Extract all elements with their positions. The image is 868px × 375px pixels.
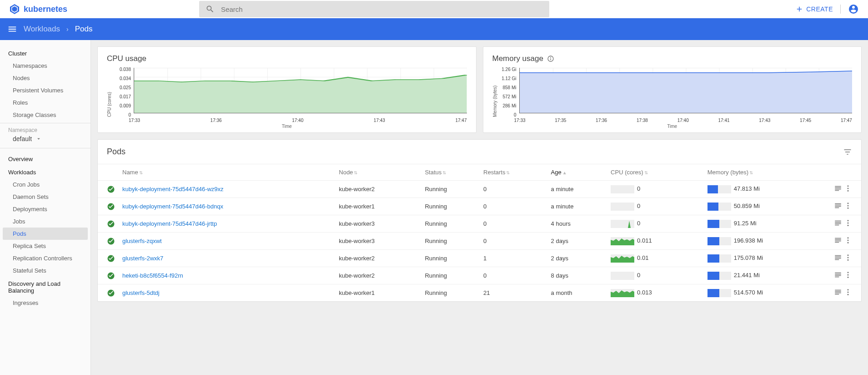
pod-cpu: 0.011 (607, 233, 704, 250)
cpu-ylabel: CPU (cores) (107, 68, 112, 117)
more-icon[interactable] (844, 219, 852, 227)
pod-status: Running (421, 215, 480, 233)
sidebar-item-storage-classes[interactable]: Storage Classes (0, 109, 90, 121)
column-name[interactable]: Name⇅ (119, 164, 335, 181)
sidebar-item-replication-controllers[interactable]: Replication Controllers (0, 252, 90, 264)
filter-icon[interactable] (843, 147, 852, 157)
logs-icon[interactable] (834, 236, 842, 244)
more-icon[interactable] (844, 202, 852, 210)
status-running-icon (107, 185, 115, 193)
pod-status: Running (421, 198, 480, 215)
pod-restarts: 0 (480, 215, 547, 233)
more-icon[interactable] (844, 184, 852, 193)
svg-point-15 (848, 220, 849, 221)
pod-memory: 21.441 Mi (704, 267, 829, 284)
sidebar: Cluster NamespacesNodesPersistent Volume… (0, 40, 91, 375)
sidebar-item-persistent-volumes[interactable]: Persistent Volumes (0, 84, 90, 96)
pod-link[interactable]: heketi-b8c5f6554-f92rn (122, 272, 183, 279)
pod-link[interactable]: kubyk-deployment-75d5447d46-jrttp (122, 220, 217, 227)
info-icon[interactable] (547, 55, 554, 62)
logs-icon[interactable] (834, 288, 842, 296)
namespace-select[interactable]: default (0, 134, 90, 148)
pod-memory: 514.570 Mi (704, 284, 829, 302)
logs-icon[interactable] (834, 184, 842, 193)
more-icon[interactable] (844, 288, 852, 296)
status-running-icon (107, 237, 115, 245)
sidebar-item-pods[interactable]: Pods (3, 228, 88, 240)
column-memory-bytes-[interactable]: Memory (bytes)⇅ (704, 164, 829, 181)
pod-node: kube-worker2 (335, 250, 421, 267)
svg-point-29 (848, 277, 849, 278)
more-icon[interactable] (844, 236, 852, 244)
svg-point-12 (848, 205, 849, 207)
logs-icon[interactable] (834, 253, 842, 262)
svg-point-20 (848, 240, 849, 241)
column-status[interactable]: Status⇅ (421, 164, 480, 181)
table-row: glusterfs-2wxk7kube-worker2Running12 day… (98, 250, 861, 267)
pod-restarts: 0 (480, 267, 547, 284)
pod-node: kube-worker1 (335, 284, 421, 302)
column-node[interactable]: Node⇅ (335, 164, 421, 181)
pod-link[interactable]: glusterfs-5dtdj (122, 289, 160, 296)
sidebar-item-ingresses[interactable]: Ingresses (0, 297, 90, 309)
logs-icon[interactable] (834, 202, 842, 210)
sidebar-item-stateful-sets[interactable]: Stateful Sets (0, 264, 90, 277)
column-cpu-cores-[interactable]: CPU (cores)⇅ (607, 164, 704, 181)
breadcrumb-parent[interactable]: Workloads (24, 25, 60, 34)
status-running-icon (107, 272, 115, 280)
brand-logo[interactable]: kubernetes (9, 4, 67, 15)
memory-chart-title: Memory usage (492, 54, 543, 63)
svg-point-16 (848, 223, 849, 224)
logs-icon[interactable] (834, 219, 842, 227)
pod-node: kube-worker3 (335, 233, 421, 250)
pod-link[interactable]: glusterfs-2wxk7 (122, 255, 163, 262)
sidebar-item-daemon-sets[interactable]: Daemon Sets (0, 191, 90, 203)
pod-link[interactable]: kubyk-deployment-75d5447d46-bdnqx (122, 203, 223, 210)
column-age[interactable]: Age▲ (547, 164, 607, 181)
pod-memory: 91.25 Mi (704, 215, 829, 233)
sidebar-item-deployments[interactable]: Deployments (0, 203, 90, 215)
more-icon[interactable] (844, 253, 852, 262)
table-row: glusterfs-5dtdjkube-worker1Running21a mo… (98, 284, 861, 302)
sidebar-overview[interactable]: Overview (0, 152, 90, 165)
cpu-chart-card: CPU usage CPU (cores) 0.0380.0340.0250.0… (97, 46, 477, 133)
more-icon[interactable] (844, 271, 852, 279)
pod-status: Running (421, 267, 480, 284)
search-box[interactable] (199, 1, 549, 17)
sidebar-item-roles[interactable]: Roles (0, 96, 90, 109)
svg-point-11 (848, 203, 849, 204)
svg-point-17 (848, 225, 849, 226)
memory-chart-card: Memory usage Memory (bytes) 1.26 Gi1.12 … (483, 46, 862, 133)
cpu-chart-plot (134, 68, 467, 113)
pod-link[interactable]: glusterfs-zqxwt (122, 238, 162, 244)
svg-point-31 (848, 289, 849, 290)
pod-link[interactable]: kubyk-deployment-75d5447d46-wz9xz (122, 186, 224, 193)
header-actions: CREATE (795, 4, 859, 15)
pod-status: Running (421, 233, 480, 250)
sidebar-group-cluster: Cluster (0, 46, 90, 60)
sidebar-item-cron-jobs[interactable]: Cron Jobs (0, 178, 90, 191)
sidebar-item-replica-sets[interactable]: Replica Sets (0, 240, 90, 252)
logs-icon[interactable] (834, 271, 842, 279)
plus-icon (795, 5, 803, 13)
menu-icon[interactable] (7, 24, 17, 34)
svg-point-9 (848, 190, 849, 192)
account-icon[interactable] (848, 4, 859, 15)
memory-chart-plot (519, 68, 853, 113)
sidebar-item-nodes[interactable]: Nodes (0, 72, 90, 84)
svg-point-25 (848, 259, 849, 261)
pod-cpu: 0.013 (607, 284, 704, 302)
svg-point-28 (848, 274, 849, 276)
sidebar-item-namespaces[interactable]: Namespaces (0, 60, 90, 72)
pod-cpu: 0 (607, 215, 704, 233)
chevron-right-icon: › (66, 25, 69, 33)
pod-restarts: 0 (480, 198, 547, 215)
create-button[interactable]: CREATE (795, 5, 833, 13)
namespace-label: Namespace (0, 123, 90, 134)
column-restarts[interactable]: Restarts⇅ (480, 164, 547, 181)
search-input[interactable] (221, 5, 543, 13)
sidebar-item-jobs[interactable]: Jobs (0, 215, 90, 228)
table-row: kubyk-deployment-75d5447d46-bdnqxkube-wo… (98, 198, 861, 215)
table-row: glusterfs-zqxwtkube-worker3Running02 day… (98, 233, 861, 250)
pod-node: kube-worker2 (335, 267, 421, 284)
